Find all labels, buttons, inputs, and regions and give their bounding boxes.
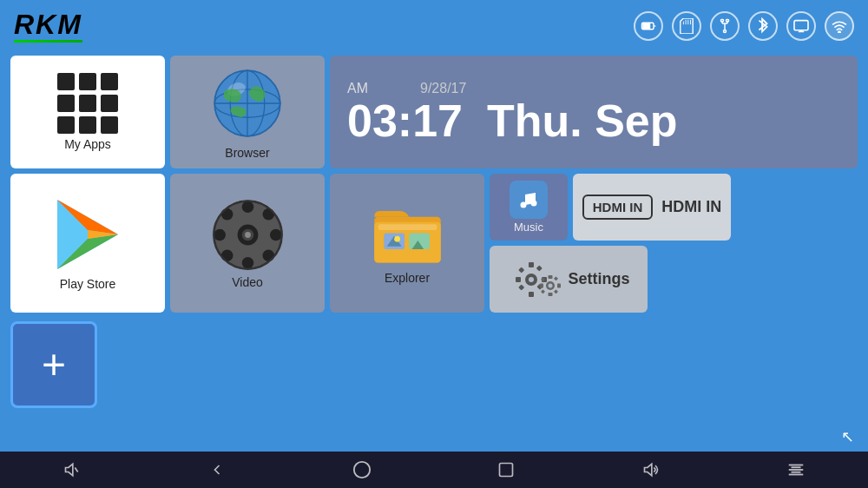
svg-rect-64 bbox=[549, 293, 553, 296]
svg-rect-2 bbox=[643, 24, 650, 29]
logo-underline bbox=[14, 40, 82, 43]
display-icon bbox=[786, 11, 816, 41]
svg-rect-55 bbox=[516, 277, 521, 282]
back-nav[interactable] bbox=[200, 452, 234, 487]
hdmi-badge: HDMI IN bbox=[582, 195, 654, 220]
svg-rect-70 bbox=[555, 289, 559, 293]
right-top-row: Music HDMI IN HDMI IN bbox=[490, 174, 731, 241]
playstore-tile[interactable]: Play Store bbox=[10, 174, 165, 313]
svg-rect-59 bbox=[519, 284, 525, 290]
gear-icon bbox=[507, 258, 559, 301]
battery-icon bbox=[634, 11, 663, 41]
svg-rect-43 bbox=[378, 224, 437, 230]
grid-icon bbox=[57, 73, 118, 134]
myapps-tile[interactable]: My Apps bbox=[10, 56, 165, 168]
video-label: Video bbox=[232, 275, 263, 289]
playstore-label: Play Store bbox=[60, 277, 116, 291]
svg-point-39 bbox=[245, 232, 251, 238]
add-tile[interactable]: + bbox=[10, 321, 97, 408]
browser-tile[interactable]: Browser bbox=[170, 56, 325, 168]
home-nav[interactable] bbox=[345, 452, 379, 487]
globe-icon bbox=[208, 64, 286, 142]
svg-point-50 bbox=[531, 201, 537, 207]
svg-rect-57 bbox=[519, 267, 525, 273]
hdmiin-label: HDMI IN bbox=[661, 198, 721, 216]
cursor: ↖ bbox=[841, 427, 854, 446]
svg-point-73 bbox=[353, 462, 369, 478]
sd-card-icon bbox=[672, 11, 701, 41]
svg-point-31 bbox=[241, 257, 253, 269]
myapps-label: My Apps bbox=[64, 137, 111, 151]
svg-rect-69 bbox=[542, 289, 546, 293]
clock-ampm: AM bbox=[347, 81, 368, 96]
svg-point-17 bbox=[838, 31, 840, 33]
right-col-tiles: Music HDMI IN HDMI IN bbox=[490, 174, 731, 313]
header: RKM bbox=[0, 0, 868, 52]
music-tile[interactable]: Music bbox=[490, 174, 568, 241]
settings-tile[interactable]: Settings bbox=[490, 246, 648, 313]
clock-time: 03:17 bbox=[347, 98, 463, 143]
video-tile[interactable]: Video bbox=[170, 174, 325, 313]
svg-point-30 bbox=[241, 201, 253, 213]
add-icon: + bbox=[42, 344, 66, 386]
playstore-icon bbox=[49, 195, 127, 274]
svg-marker-75 bbox=[644, 464, 651, 475]
row-2: Play Store bbox=[10, 174, 858, 313]
svg-point-36 bbox=[262, 208, 274, 220]
logo: RKM bbox=[14, 10, 82, 43]
svg-rect-13 bbox=[727, 20, 729, 22]
svg-point-49 bbox=[521, 202, 527, 208]
explorer-tile[interactable]: Explorer bbox=[330, 174, 484, 313]
svg-rect-54 bbox=[529, 292, 534, 297]
svg-rect-14 bbox=[794, 21, 808, 30]
svg-rect-53 bbox=[529, 262, 534, 267]
music-label: Music bbox=[514, 221, 543, 234]
svg-point-47 bbox=[394, 235, 400, 241]
bluetooth-icon bbox=[748, 11, 778, 41]
svg-point-35 bbox=[262, 249, 274, 261]
svg-rect-63 bbox=[549, 275, 553, 279]
volume-up-nav[interactable] bbox=[634, 452, 668, 487]
svg-rect-58 bbox=[536, 265, 542, 271]
svg-marker-71 bbox=[66, 464, 73, 475]
explorer-label: Explorer bbox=[385, 271, 430, 285]
clock-tile: AM 9/28/17 03:17 Thu. Sep bbox=[330, 56, 858, 168]
hdmiin-tile[interactable]: HDMI IN HDMI IN bbox=[573, 174, 731, 241]
svg-line-72 bbox=[76, 468, 78, 472]
status-icons-bar bbox=[634, 11, 854, 41]
music-icon bbox=[510, 181, 548, 219]
svg-rect-66 bbox=[557, 283, 561, 287]
clock-date-day: Thu. Sep bbox=[487, 98, 678, 143]
row-1: My Apps Browser AM 9/28/17 bbox=[10, 56, 858, 168]
svg-rect-65 bbox=[540, 283, 543, 287]
usb-icon bbox=[710, 11, 740, 41]
browser-label: Browser bbox=[225, 146, 269, 160]
svg-rect-12 bbox=[721, 20, 724, 22]
volume-down-nav[interactable] bbox=[55, 452, 89, 487]
svg-point-7 bbox=[724, 30, 727, 33]
svg-point-33 bbox=[270, 228, 282, 241]
svg-rect-74 bbox=[500, 464, 513, 477]
recents-nav[interactable] bbox=[489, 452, 523, 487]
filmreel-icon bbox=[211, 198, 285, 272]
svg-point-34 bbox=[220, 208, 233, 220]
wifi-icon bbox=[825, 11, 854, 41]
svg-rect-68 bbox=[555, 276, 559, 280]
bottom-nav-bar bbox=[0, 452, 868, 488]
logo-text: RKM bbox=[14, 10, 82, 38]
svg-point-52 bbox=[529, 277, 534, 282]
svg-point-32 bbox=[214, 228, 226, 241]
menu-nav[interactable] bbox=[779, 452, 813, 487]
settings-label: Settings bbox=[568, 270, 629, 288]
svg-point-62 bbox=[549, 283, 553, 287]
clock-bottom-row: 03:17 Thu. Sep bbox=[347, 98, 678, 143]
main-content: My Apps Browser AM 9/28/17 bbox=[0, 52, 868, 316]
svg-point-37 bbox=[220, 249, 233, 261]
folder-icon bbox=[371, 202, 444, 267]
